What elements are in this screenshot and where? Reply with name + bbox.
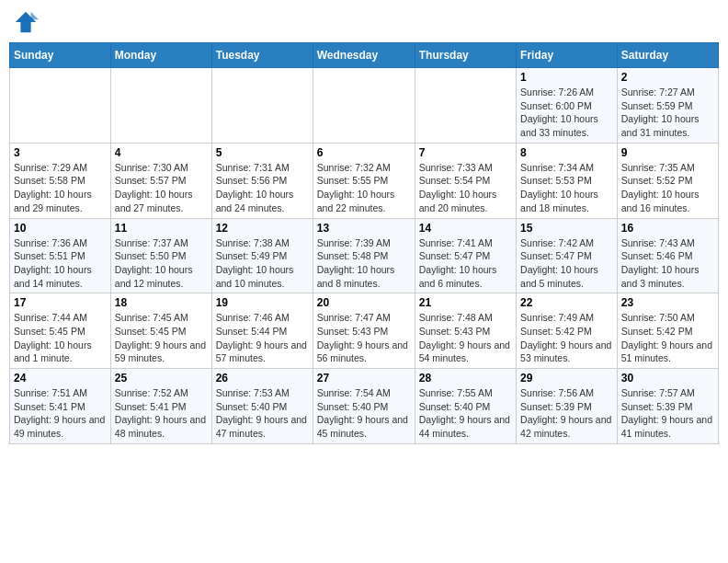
day-of-week-header: Wednesday: [313, 43, 415, 68]
logo: [13, 9, 42, 35]
calendar-day-cell: 19Sunrise: 7:46 AM Sunset: 5:44 PM Dayli…: [211, 293, 313, 369]
calendar-day-cell: 17Sunrise: 7:44 AM Sunset: 5:45 PM Dayli…: [10, 293, 111, 369]
calendar-day-cell: 30Sunrise: 7:57 AM Sunset: 5:39 PM Dayli…: [617, 369, 718, 444]
calendar-day-cell: [313, 68, 415, 144]
calendar-day-cell: [110, 68, 211, 144]
day-info: Sunrise: 7:29 AM Sunset: 5:58 PM Dayligh…: [14, 161, 107, 215]
day-info: Sunrise: 7:26 AM Sunset: 6:00 PM Dayligh…: [520, 86, 613, 140]
day-info: Sunrise: 7:34 AM Sunset: 5:53 PM Dayligh…: [520, 161, 613, 215]
calendar-header: SundayMondayTuesdayWednesdayThursdayFrid…: [10, 43, 719, 68]
day-number: 28: [419, 372, 512, 385]
logo-icon: [13, 9, 39, 35]
calendar-day-cell: 11Sunrise: 7:37 AM Sunset: 5:50 PM Dayli…: [110, 218, 211, 293]
day-number: 2: [621, 71, 714, 84]
day-number: 27: [317, 372, 411, 385]
day-info: Sunrise: 7:53 AM Sunset: 5:40 PM Dayligh…: [216, 386, 309, 441]
calendar-day-cell: [10, 68, 111, 144]
day-number: 17: [14, 296, 107, 309]
day-info: Sunrise: 7:39 AM Sunset: 5:48 PM Dayligh…: [317, 236, 411, 291]
calendar-body: 1Sunrise: 7:26 AM Sunset: 6:00 PM Daylig…: [10, 68, 719, 444]
day-number: 8: [520, 146, 613, 159]
day-info: Sunrise: 7:45 AM Sunset: 5:45 PM Dayligh…: [115, 311, 208, 365]
calendar-day-cell: 25Sunrise: 7:52 AM Sunset: 5:41 PM Dayli…: [110, 369, 211, 444]
day-info: Sunrise: 7:54 AM Sunset: 5:40 PM Dayligh…: [317, 386, 411, 441]
calendar-day-cell: [415, 68, 516, 144]
day-number: 23: [621, 296, 714, 309]
calendar-day-cell: 26Sunrise: 7:53 AM Sunset: 5:40 PM Dayli…: [211, 369, 313, 444]
day-info: Sunrise: 7:47 AM Sunset: 5:43 PM Dayligh…: [317, 311, 411, 365]
day-number: 6: [317, 146, 411, 159]
calendar-table: SundayMondayTuesdayWednesdayThursdayFrid…: [9, 42, 719, 444]
calendar-day-cell: 6Sunrise: 7:32 AM Sunset: 5:55 PM Daylig…: [313, 143, 415, 218]
day-of-week-header: Friday: [517, 43, 618, 68]
day-number: 14: [419, 222, 512, 235]
day-number: 29: [520, 372, 613, 385]
day-number: 11: [115, 222, 208, 235]
calendar-day-cell: 12Sunrise: 7:38 AM Sunset: 5:49 PM Dayli…: [211, 218, 313, 293]
calendar-day-cell: 1Sunrise: 7:26 AM Sunset: 6:00 PM Daylig…: [517, 68, 618, 144]
calendar-day-cell: 24Sunrise: 7:51 AM Sunset: 5:41 PM Dayli…: [10, 369, 111, 444]
day-number: 10: [14, 222, 107, 235]
day-info: Sunrise: 7:52 AM Sunset: 5:41 PM Dayligh…: [115, 386, 208, 441]
day-of-week-header: Sunday: [10, 43, 111, 68]
day-info: Sunrise: 7:36 AM Sunset: 5:51 PM Dayligh…: [14, 236, 107, 291]
day-number: 5: [216, 146, 309, 159]
calendar-day-cell: 23Sunrise: 7:50 AM Sunset: 5:42 PM Dayli…: [617, 293, 718, 369]
calendar-day-cell: 15Sunrise: 7:42 AM Sunset: 5:47 PM Dayli…: [517, 218, 618, 293]
day-info: Sunrise: 7:37 AM Sunset: 5:50 PM Dayligh…: [115, 236, 208, 291]
calendar-day-cell: [211, 68, 313, 144]
calendar-day-cell: 10Sunrise: 7:36 AM Sunset: 5:51 PM Dayli…: [10, 218, 111, 293]
calendar-day-cell: 27Sunrise: 7:54 AM Sunset: 5:40 PM Dayli…: [313, 369, 415, 444]
calendar-day-cell: 14Sunrise: 7:41 AM Sunset: 5:47 PM Dayli…: [415, 218, 516, 293]
calendar-week-row: 24Sunrise: 7:51 AM Sunset: 5:41 PM Dayli…: [10, 369, 719, 444]
day-info: Sunrise: 7:31 AM Sunset: 5:56 PM Dayligh…: [216, 161, 309, 215]
day-number: 7: [419, 146, 512, 159]
calendar-week-row: 1Sunrise: 7:26 AM Sunset: 6:00 PM Daylig…: [10, 68, 719, 144]
day-info: Sunrise: 7:38 AM Sunset: 5:49 PM Dayligh…: [216, 236, 309, 291]
day-number: 13: [317, 222, 411, 235]
day-number: 26: [216, 372, 309, 385]
day-info: Sunrise: 7:55 AM Sunset: 5:40 PM Dayligh…: [419, 386, 512, 441]
calendar-day-cell: 9Sunrise: 7:35 AM Sunset: 5:52 PM Daylig…: [617, 143, 718, 218]
calendar-day-cell: 5Sunrise: 7:31 AM Sunset: 5:56 PM Daylig…: [211, 143, 313, 218]
calendar-day-cell: 16Sunrise: 7:43 AM Sunset: 5:46 PM Dayli…: [617, 218, 718, 293]
day-of-week-header: Thursday: [415, 43, 516, 68]
calendar-day-cell: 7Sunrise: 7:33 AM Sunset: 5:54 PM Daylig…: [415, 143, 516, 218]
day-info: Sunrise: 7:32 AM Sunset: 5:55 PM Dayligh…: [317, 161, 411, 215]
calendar-day-cell: 8Sunrise: 7:34 AM Sunset: 5:53 PM Daylig…: [517, 143, 618, 218]
calendar-day-cell: 29Sunrise: 7:56 AM Sunset: 5:39 PM Dayli…: [517, 369, 618, 444]
day-info: Sunrise: 7:57 AM Sunset: 5:39 PM Dayligh…: [621, 386, 714, 441]
calendar-day-cell: 2Sunrise: 7:27 AM Sunset: 5:59 PM Daylig…: [617, 68, 718, 144]
calendar-day-cell: 13Sunrise: 7:39 AM Sunset: 5:48 PM Dayli…: [313, 218, 415, 293]
day-number: 19: [216, 296, 309, 309]
day-info: Sunrise: 7:27 AM Sunset: 5:59 PM Dayligh…: [621, 86, 714, 140]
day-info: Sunrise: 7:42 AM Sunset: 5:47 PM Dayligh…: [520, 236, 613, 291]
page-header: [9, 9, 719, 35]
day-number: 22: [520, 296, 613, 309]
day-number: 3: [14, 146, 107, 159]
header-row: SundayMondayTuesdayWednesdayThursdayFrid…: [10, 43, 719, 68]
day-info: Sunrise: 7:35 AM Sunset: 5:52 PM Dayligh…: [621, 161, 714, 215]
day-of-week-header: Saturday: [617, 43, 718, 68]
day-info: Sunrise: 7:43 AM Sunset: 5:46 PM Dayligh…: [621, 236, 714, 291]
calendar-week-row: 17Sunrise: 7:44 AM Sunset: 5:45 PM Dayli…: [10, 293, 719, 369]
day-info: Sunrise: 7:49 AM Sunset: 5:42 PM Dayligh…: [520, 311, 613, 365]
day-number: 9: [621, 146, 714, 159]
day-number: 21: [419, 296, 512, 309]
day-info: Sunrise: 7:44 AM Sunset: 5:45 PM Dayligh…: [14, 311, 107, 365]
calendar-day-cell: 21Sunrise: 7:48 AM Sunset: 5:43 PM Dayli…: [415, 293, 516, 369]
svg-marker-1: [31, 12, 39, 19]
day-number: 24: [14, 372, 107, 385]
day-number: 20: [317, 296, 411, 309]
calendar-day-cell: 22Sunrise: 7:49 AM Sunset: 5:42 PM Dayli…: [517, 293, 618, 369]
calendar-week-row: 10Sunrise: 7:36 AM Sunset: 5:51 PM Dayli…: [10, 218, 719, 293]
day-info: Sunrise: 7:41 AM Sunset: 5:47 PM Dayligh…: [419, 236, 512, 291]
day-number: 18: [115, 296, 208, 309]
day-info: Sunrise: 7:56 AM Sunset: 5:39 PM Dayligh…: [520, 386, 613, 441]
day-info: Sunrise: 7:50 AM Sunset: 5:42 PM Dayligh…: [621, 311, 714, 365]
calendar-day-cell: 3Sunrise: 7:29 AM Sunset: 5:58 PM Daylig…: [10, 143, 111, 218]
calendar-day-cell: 18Sunrise: 7:45 AM Sunset: 5:45 PM Dayli…: [110, 293, 211, 369]
day-number: 4: [115, 146, 208, 159]
day-info: Sunrise: 7:33 AM Sunset: 5:54 PM Dayligh…: [419, 161, 512, 215]
day-number: 15: [520, 222, 613, 235]
